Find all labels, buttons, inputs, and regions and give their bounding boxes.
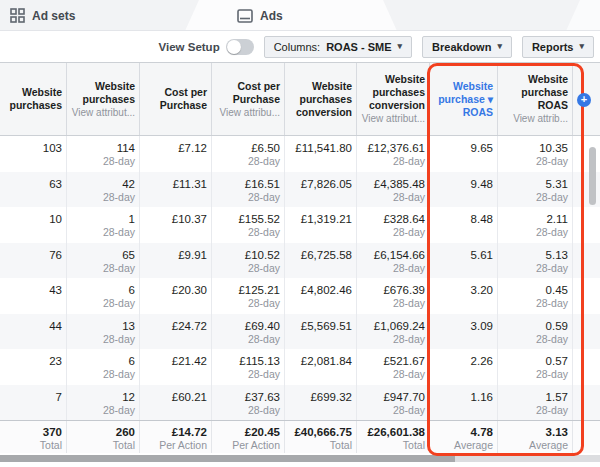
cell-value: 5.31 <box>500 177 568 191</box>
totals-value: £26,601.38 <box>359 425 425 439</box>
column-header[interactable]: Website purchase ROASView attrib... <box>498 63 573 135</box>
toolbar: View Setup Columns: ROAS - SME ▾ Breakdo… <box>0 31 600 62</box>
cell-value: £5,569.51 <box>287 319 352 333</box>
column-header[interactable]: Website purchasesView attribut... <box>67 63 140 135</box>
totals-label: Per Action <box>142 439 207 452</box>
column-header[interactable]: Cost per Purchase <box>140 63 212 135</box>
cell-value: £4,385.48 <box>359 177 425 191</box>
column-header[interactable]: Website purchase ▾ ROAS <box>430 63 498 135</box>
table-cell: 1.16 <box>430 385 498 421</box>
tab-label: Ad sets <box>32 9 75 23</box>
totals-label: Total <box>287 439 352 452</box>
cell-value: £676.39 <box>359 283 425 297</box>
cell-attribution-window: 28-day <box>500 333 568 346</box>
table-row[interactable]: 71228-day£60.21£37.6328-day£699.32£947.7… <box>0 385 600 421</box>
table-cell: 10 <box>0 207 67 243</box>
table-cell: £60.21 <box>140 385 212 421</box>
table-cell: £12,376.6128-day <box>357 136 430 172</box>
cell-value: 114 <box>69 141 135 155</box>
cell-value: £16.51 <box>214 177 280 191</box>
cell-value: £6,154.66 <box>359 248 425 262</box>
tab-ad-sets[interactable]: Ad sets <box>10 0 75 31</box>
add-column-button[interactable]: + <box>577 93 591 107</box>
cell-value: 1.16 <box>432 390 493 404</box>
table-cell: 628-day <box>67 278 140 314</box>
table-row[interactable]: 634228-day£11.31£16.5128-day£7,826.05£4,… <box>0 172 600 208</box>
table-cell: 0.5928-day <box>498 314 573 350</box>
cell-attribution-window: 28-day <box>359 297 425 310</box>
totals-value: 3.13 <box>500 425 568 439</box>
cell-attribution-window: 28-day <box>214 368 280 381</box>
cell-value: 43 <box>2 283 62 297</box>
table-cell: £4,385.4828-day <box>357 172 430 208</box>
table-row[interactable]: 766528-day£9.91£10.5228-day£6,725.58£6,1… <box>0 243 600 279</box>
cell-value: £20.30 <box>142 283 207 297</box>
column-header[interactable]: Website purchases <box>0 63 67 135</box>
row-filler-cell <box>573 243 600 279</box>
tab-corner-shape <box>566 0 600 31</box>
table-cell: 10.3528-day <box>498 136 573 172</box>
cell-attribution-window: 28-day <box>500 368 568 381</box>
table-row[interactable]: 10311428-day£7.12£6.5028-day£11,541.80£1… <box>0 136 600 172</box>
reports-dropdown[interactable]: Reports ▾ <box>522 36 594 58</box>
cell-attribution-window: 28-day <box>69 404 135 417</box>
cell-attribution-window: 28-day <box>500 262 568 275</box>
table-cell: £10.5228-day <box>212 243 285 279</box>
table-cell: 628-day <box>67 349 140 385</box>
cell-attribution-window: 28-day <box>359 226 425 239</box>
column-header-title: Website purchases conversion <box>287 80 352 119</box>
cell-value: 10 <box>2 212 62 226</box>
columns-dropdown[interactable]: Columns: ROAS - SME ▾ <box>264 36 412 58</box>
table-row[interactable]: 441328-day£24.72£69.4028-day£5,569.51£1,… <box>0 314 600 350</box>
cell-value: 76 <box>2 248 62 262</box>
cell-value: 63 <box>2 177 62 191</box>
cell-value: £1,319.21 <box>287 212 352 226</box>
cell-value: £947.70 <box>359 390 425 404</box>
horizontal-scrollbar[interactable] <box>0 455 600 462</box>
table-cell: £6.5028-day <box>212 136 285 172</box>
table-cell: £20.30 <box>140 278 212 314</box>
row-filler-cell <box>573 207 600 243</box>
table-cell: 5.61 <box>430 243 498 279</box>
table-cell: 3.20 <box>430 278 498 314</box>
metrics-table: Website purchasesWebsite purchasesView a… <box>0 62 600 453</box>
vertical-scrollbar-thumb[interactable] <box>589 147 596 205</box>
totals-value: 4.78 <box>432 425 493 439</box>
table-cell: 0.4528-day <box>498 278 573 314</box>
cell-attribution-window: 28-day <box>359 155 425 168</box>
horizontal-scrollbar-thumb[interactable] <box>0 455 455 462</box>
grid-icon <box>10 8 25 23</box>
cell-value: £11.31 <box>142 177 207 191</box>
cell-value: 2.26 <box>432 354 493 368</box>
cell-value: 13 <box>69 319 135 333</box>
cell-value: £6,725.58 <box>287 248 352 262</box>
cell-attribution-window: 28-day <box>214 226 280 239</box>
chevron-down-icon: ▾ <box>398 42 403 51</box>
cell-value: £7.12 <box>142 141 207 155</box>
breakdown-dropdown[interactable]: Breakdown ▾ <box>422 36 512 58</box>
view-setup-label: View Setup <box>159 41 220 53</box>
table-row[interactable]: 10128-day£10.37£155.5228-day£1,319.21£32… <box>0 207 600 243</box>
view-setup-toggle[interactable] <box>226 39 254 55</box>
table-row[interactable]: 23628-day£21.42£115.1328-day£2,081.84£52… <box>0 349 600 385</box>
column-header[interactable]: Cost per PurchaseView attribu... <box>212 63 285 135</box>
view-setup-control: View Setup <box>159 39 254 55</box>
column-header-title: Cost per Purchase <box>214 80 280 106</box>
totals-value: 260 <box>69 425 135 439</box>
table-row[interactable]: 43628-day£20.30£125.2128-day£4,802.46£67… <box>0 278 600 314</box>
cell-value: 65 <box>69 248 135 262</box>
row-filler-cell <box>573 278 600 314</box>
cell-value: 5.61 <box>432 248 493 262</box>
totals-cell: £26,601.38Total <box>357 421 430 453</box>
table-cell: 43 <box>0 278 67 314</box>
tab-ads[interactable]: Ads <box>237 0 283 31</box>
totals-cell: 370Total <box>0 421 67 453</box>
table-cell: 1228-day <box>67 385 140 421</box>
column-header[interactable]: Website purchases conversion <box>285 63 357 135</box>
cell-value: £115.13 <box>214 354 280 368</box>
cell-attribution-window: 28-day <box>359 333 425 346</box>
totals-value: 370 <box>2 425 62 439</box>
cell-value: 9.48 <box>432 177 493 191</box>
table-cell: £125.2128-day <box>212 278 285 314</box>
column-header[interactable]: Website purchases conversionView attribu… <box>357 63 430 135</box>
